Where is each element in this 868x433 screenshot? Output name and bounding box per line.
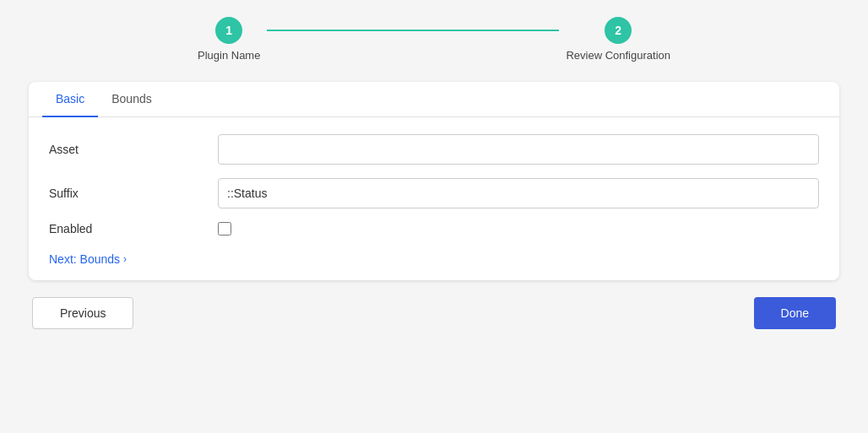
step-2: 2 Review Configuration [566,17,670,62]
tab-bar: Basic Bounds [29,82,839,117]
step-2-circle: 2 [605,17,632,44]
tab-basic[interactable]: Basic [42,82,98,117]
chevron-right-icon: › [123,253,127,265]
step-connector [267,30,559,31]
suffix-input[interactable] [218,178,819,208]
suffix-label: Suffix [49,187,218,200]
asset-row: Asset [49,134,819,165]
enabled-label: Enabled [49,222,218,235]
tab-bounds[interactable]: Bounds [98,82,165,117]
previous-button[interactable]: Previous [32,297,133,329]
step-1-circle: 1 [215,17,242,44]
enabled-row: Enabled [49,222,819,235]
config-card: Basic Bounds Asset Suffix Enabled Next: … [29,82,839,280]
next-bounds-link[interactable]: Next: Bounds › [49,252,127,266]
form-body: Asset Suffix Enabled Next: Bounds › [29,117,839,280]
asset-input[interactable] [218,134,819,165]
step-1: 1 Plugin Name [198,17,260,62]
stepper: 1 Plugin Name 2 Review Configuration [198,17,670,62]
step-2-label: Review Configuration [566,49,670,62]
suffix-row: Suffix [49,178,819,208]
done-button[interactable]: Done [754,297,836,329]
footer-actions: Previous Done [29,297,839,329]
step-1-label: Plugin Name [198,49,260,62]
enabled-checkbox[interactable] [218,222,231,235]
asset-label: Asset [49,143,218,156]
